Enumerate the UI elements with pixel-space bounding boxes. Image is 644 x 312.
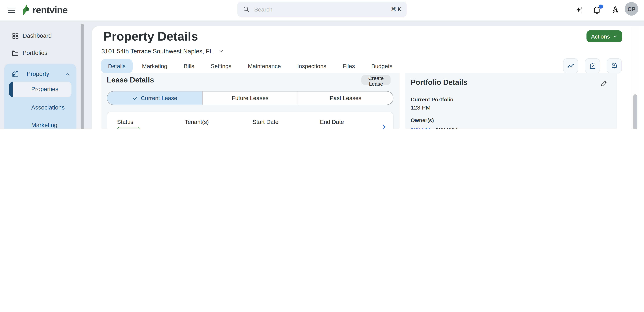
notifications-bell-icon[interactable] [590,4,603,16]
sidebar-item-associations[interactable]: Associations [4,101,76,115]
search-icon [243,6,250,13]
app-root: rentvine ⌘ K CP Dashboard Portfo [0,0,644,129]
current-portfolio-label: Current Portfolio [411,96,453,102]
main-content: Property Details 3101 54th Terrace South… [92,26,644,128]
sidebar-item-marketing[interactable]: Marketing [4,118,76,128]
dashboard-grid-icon [11,32,20,40]
owner-link[interactable]: 123 PM [411,126,430,129]
property-address-selector[interactable]: 3101 54th Terrace Southwest Naples, FL [102,48,224,55]
sidebar-item-property[interactable]: Property [4,67,76,81]
notification-badge [599,4,603,9]
sidebar-nav: Dashboard Portfolios Property Properties… [0,20,86,128]
tab-details[interactable]: Details [101,59,132,73]
create-lease-button[interactable]: Create Lease [362,75,390,85]
owner-share: - 100.00% [432,126,458,129]
sidebar-item-dashboard[interactable]: Dashboard [0,29,86,43]
search-shortcut: ⌘ K [391,6,401,12]
portfolio-details-title: Portfolio Details [411,78,467,87]
hamburger-menu-icon[interactable] [7,6,16,15]
avatar-initials: CP [628,5,635,12]
tab-budgets[interactable]: Budgets [364,59,399,73]
tab-marketing[interactable]: Marketing [135,59,174,73]
chevron-down-icon [218,48,224,54]
brand-name: rentvine [32,4,68,15]
sidebar-scrollbar-thumb[interactable] [81,24,84,129]
top-bar: rentvine ⌘ K CP [0,0,644,20]
trend-line-icon [567,62,575,70]
metrics-button[interactable] [563,58,578,73]
segment-current-lease[interactable]: Current Lease [107,91,202,105]
tab-bills[interactable]: Bills [177,59,201,73]
chevron-right-icon[interactable] [381,124,387,128]
lease-status-badge: Active [117,127,140,128]
lease-details-title: Lease Details [107,76,154,84]
whats-new-rocket-icon[interactable] [609,4,622,16]
folder-icon [11,49,20,57]
main-scrollbar-thumb[interactable] [633,94,637,128]
sidebar-item-portfolios[interactable]: Portfolios [0,46,86,60]
tab-files[interactable]: Files [336,59,362,73]
sidebar-group-property: Property Properties Associations Marketi… [4,63,76,128]
search-input[interactable] [254,5,387,13]
bell-plus-icon [610,62,618,70]
chevron-down-icon [613,34,618,39]
tab-inspections[interactable]: Inspections [290,59,333,73]
tab-settings[interactable]: Settings [204,59,238,73]
actions-button[interactable]: Actions [586,30,622,42]
property-address: 3101 54th Terrace Southwest Naples, FL [102,48,213,55]
subscribe-bell-button[interactable] [606,58,622,73]
active-indicator-bar [9,82,13,97]
user-avatar[interactable]: CP [625,2,638,15]
segment-past-leases[interactable]: Past Leases [298,91,393,105]
tab-maintenance[interactable]: Maintenance [241,59,288,73]
chevron-up-icon [65,71,71,77]
owners-label: Owner(s) [411,117,434,123]
owner-line: 123 PM - 100.00% [411,126,458,129]
portfolio-details-card: Portfolio Details Current Portfolio 123 … [406,73,617,128]
edit-pencil-icon[interactable] [600,80,608,87]
notes-button[interactable] [585,58,600,73]
property-home-icon [11,70,20,78]
check-icon [132,95,138,101]
rentvine-logo[interactable]: rentvine [22,4,68,16]
lease-details-card: Lease Details Create Lease Current Lease… [102,73,400,128]
sidebar-item-properties-active[interactable]: Properties [9,82,72,97]
rentvine-logo-mark [22,4,31,16]
segment-future-leases[interactable]: Future Leases [202,91,298,105]
lease-segmented-control: Current Lease Future Leases Past Leases [107,91,394,105]
page-title: Property Details [104,29,198,44]
current-lease-row[interactable]: Status Tenant(s) Start Date End Date Act… [107,112,394,128]
global-search[interactable]: ⌘ K [238,2,406,17]
current-portfolio-link[interactable]: 123 PM [411,104,430,111]
property-tabs: Details Marketing Bills Settings Mainten… [101,59,399,73]
ai-sparkles-icon[interactable] [574,4,586,16]
clipboard-pencil-icon [589,62,596,70]
